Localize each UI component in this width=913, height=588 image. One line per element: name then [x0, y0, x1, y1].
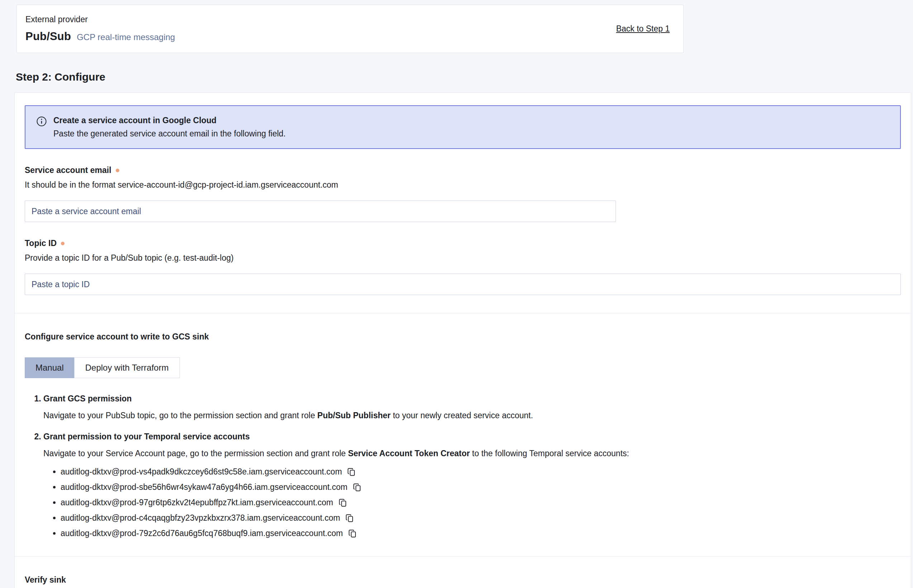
- service-account-email-label-text: Service account email: [25, 165, 112, 175]
- service-account-list: auditlog-dktxv@prod-vs4padk9dkczcey6d6st…: [43, 467, 901, 538]
- required-dot: [116, 169, 119, 172]
- copy-icon[interactable]: [345, 514, 355, 523]
- configure-section-title: Configure service account to write to GC…: [25, 332, 901, 342]
- step-2-title: Grant permission to your Temporal servic…: [43, 432, 901, 441]
- service-account-item: auditlog-dktxv@prod-sbe56h6wr4sykaw47a6y…: [61, 482, 901, 492]
- service-account-item: auditlog-dktxv@prod-97gr6tp6zkv2t4epubff…: [61, 498, 901, 507]
- step-1-role-name: Pub/Sub Publisher: [317, 411, 390, 420]
- page-title: Step 2: Configure: [16, 71, 913, 83]
- service-account-email-helper: It should be in the format service-accou…: [25, 180, 901, 190]
- service-account-email: auditlog-dktxv@prod-vs4padk9dkczcey6d6st…: [61, 467, 342, 476]
- step-2-body-prefix: Navigate to your Service Account page, g…: [43, 449, 348, 458]
- instruction-step-2: Grant permission to your Temporal servic…: [43, 432, 901, 538]
- topic-id-label-text: Topic ID: [25, 239, 57, 248]
- provider-name: Pub/Sub: [26, 30, 71, 43]
- info-icon: [36, 116, 47, 127]
- step-1-body-prefix: Navigate to your PubSub topic, go to the…: [43, 411, 317, 420]
- copy-icon[interactable]: [348, 529, 357, 538]
- copy-icon[interactable]: [338, 498, 348, 507]
- copy-icon[interactable]: [347, 467, 356, 477]
- topic-id-helper: Provide a topic ID for a Pub/Sub topic (…: [25, 253, 901, 263]
- service-account-email-label: Service account email: [25, 165, 901, 175]
- service-account-email: auditlog-dktxv@prod-97gr6tp6zkv2t4epubff…: [61, 498, 333, 507]
- tab-manual[interactable]: Manual: [25, 357, 74, 378]
- info-banner-body: Paste the generated service account emai…: [53, 129, 286, 139]
- provider-header-card: External provider Pub/Sub GCP real-time …: [16, 5, 684, 53]
- back-to-step-1-link[interactable]: Back to Step 1: [616, 24, 670, 34]
- service-account-email: auditlog-dktxv@prod-sbe56h6wr4sykaw47a6y…: [61, 482, 348, 492]
- external-provider-label: External provider: [26, 15, 175, 24]
- required-dot: [61, 242, 65, 245]
- service-account-email: auditlog-dktxv@prod-79z2c6d76au6g5fcq768…: [61, 528, 343, 538]
- topic-id-label: Topic ID: [25, 239, 901, 248]
- configure-tabs: ManualDeploy with Terraform: [25, 357, 180, 378]
- copy-icon[interactable]: [353, 483, 362, 492]
- step-2-body-suffix: to the following Temporal service accoun…: [470, 449, 629, 458]
- verify-sink-title: Verify sink: [25, 575, 901, 585]
- step-1-body: Navigate to your PubSub topic, go to the…: [43, 410, 901, 421]
- step-2-role-name: Service Account Token Creator: [348, 449, 470, 458]
- instruction-step-1: Grant GCS permission Navigate to your Pu…: [43, 394, 901, 421]
- configure-card: Create a service account in Google Cloud…: [15, 92, 911, 588]
- step-1-body-suffix: to your newly created service account.: [390, 411, 533, 420]
- info-banner-title: Create a service account in Google Cloud: [53, 116, 286, 125]
- provider-info: External provider Pub/Sub GCP real-time …: [26, 15, 175, 43]
- service-account-item: auditlog-dktxv@prod-vs4padk9dkczcey6d6st…: [61, 467, 901, 477]
- service-account-email-input[interactable]: [25, 200, 616, 222]
- service-account-email: auditlog-dktxv@prod-c4cqaqgbfzy23vpzkbxz…: [61, 513, 340, 522]
- step-1-title: Grant GCS permission: [43, 394, 901, 404]
- provider-tagline: GCP real-time messaging: [77, 32, 175, 42]
- service-account-item: auditlog-dktxv@prod-79z2c6d76au6g5fcq768…: [61, 528, 901, 538]
- info-banner: Create a service account in Google Cloud…: [25, 105, 901, 149]
- service-account-item: auditlog-dktxv@prod-c4cqaqgbfzy23vpzkbxz…: [61, 513, 901, 523]
- divider: [15, 313, 911, 313]
- tab-deploy-with-terraform[interactable]: Deploy with Terraform: [74, 357, 180, 378]
- step-2-body: Navigate to your Service Account page, g…: [43, 448, 901, 459]
- topic-id-input[interactable]: [25, 274, 901, 295]
- instruction-steps: Grant GCS permission Navigate to your Pu…: [25, 394, 901, 538]
